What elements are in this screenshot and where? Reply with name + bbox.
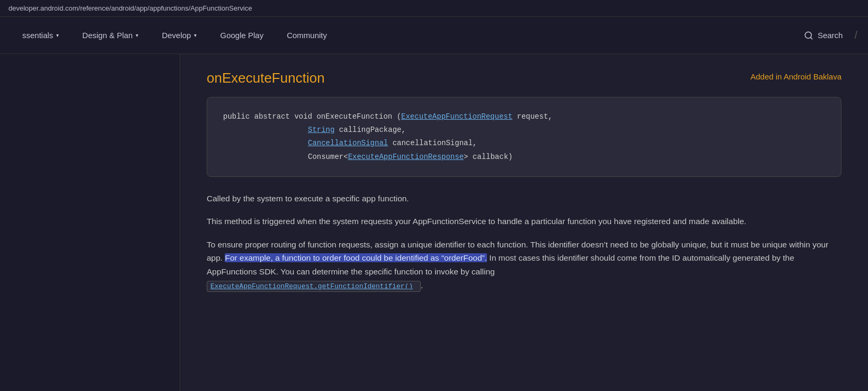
paragraph-2-text: This method is triggered when the system…	[207, 217, 746, 226]
nav-item-essentials[interactable]: ssentials ▾	[11, 17, 70, 54]
code-link-ExecuteAppFunctionResponse[interactable]: ExecuteAppFunctionResponse	[348, 153, 464, 161]
code-plain-4b: > callback)	[464, 153, 512, 161]
inline-code-suffix: .	[421, 281, 423, 290]
code-link-CancellationSignal[interactable]: CancellationSignal	[308, 139, 388, 147]
inline-code-block[interactable]: ExecuteAppFunctionRequest.getFunctionIde…	[207, 281, 421, 292]
code-plain-1b: request,	[512, 112, 553, 121]
nav-label-develop: Develop	[162, 31, 191, 40]
paragraph-2: This method is triggered when the system…	[207, 215, 842, 228]
search-label: Search	[818, 31, 843, 40]
chevron-down-icon: ▾	[136, 32, 138, 38]
nav-divider: /	[854, 29, 857, 41]
nav-item-develop[interactable]: Develop ▾	[150, 17, 208, 54]
paragraph-3-highlighted: For example, a function to order food co…	[225, 253, 487, 262]
nav-label-google-play: Google Play	[220, 31, 263, 40]
content-area: onExecuteFunction Added in Android Bakla…	[180, 54, 868, 391]
nav-label-essentials: ssentials	[22, 31, 53, 40]
nav-item-community[interactable]: Community	[275, 17, 339, 54]
code-plain-2: callingPackage,	[334, 126, 405, 134]
main-layout: onExecuteFunction Added in Android Bakla…	[0, 54, 868, 391]
code-line-4: Consumer<ExecuteAppFunctionResponse> cal…	[223, 150, 825, 164]
address-bar[interactable]: developer.android.com/reference/android/…	[0, 0, 868, 17]
nav-label-design-plan: Design & Plan	[82, 31, 132, 40]
nav-item-design-plan[interactable]: Design & Plan ▾	[70, 17, 150, 54]
code-line-1: public abstract void onExecuteFunction (…	[223, 110, 825, 123]
added-badge: Added in Android Baklava	[750, 70, 842, 81]
nav-item-google-play[interactable]: Google Play	[208, 17, 275, 54]
search-icon	[804, 31, 813, 40]
chevron-down-icon: ▾	[194, 32, 197, 38]
code-plain-1: public abstract void onExecuteFunction (	[223, 112, 401, 121]
code-plain-3: cancellationSignal,	[388, 139, 477, 147]
navbar: ssentials ▾ Design & Plan ▾ Develop ▾ Go…	[0, 17, 868, 54]
paragraph-3: To ensure proper routing of function req…	[207, 238, 842, 292]
code-line-3: CancellationSignal cancellationSignal,	[223, 137, 825, 150]
section-title: onExecuteFunction	[207, 70, 325, 86]
chevron-down-icon: ▾	[56, 32, 59, 38]
nav-label-community: Community	[287, 31, 327, 40]
code-line-2: String callingPackage,	[223, 123, 825, 137]
code-plain-4a: Consumer<	[308, 153, 348, 161]
paragraph-1: Called by the system to execute a specif…	[207, 192, 842, 206]
search-button[interactable]: Search	[792, 31, 855, 40]
url-text: developer.android.com/reference/android/…	[8, 4, 252, 12]
paragraph-1-text: Called by the system to execute a specif…	[207, 194, 409, 203]
inline-code-link[interactable]: ExecuteAppFunctionRequest.getFunctionIde…	[210, 282, 413, 290]
code-link-String[interactable]: String	[308, 126, 334, 134]
code-link-ExecuteAppFunctionRequest[interactable]: ExecuteAppFunctionRequest	[401, 112, 512, 121]
code-block: public abstract void onExecuteFunction (…	[207, 97, 842, 177]
section-title-row: onExecuteFunction Added in Android Bakla…	[207, 70, 842, 86]
svg-line-1	[810, 37, 812, 39]
sidebar	[0, 54, 180, 391]
